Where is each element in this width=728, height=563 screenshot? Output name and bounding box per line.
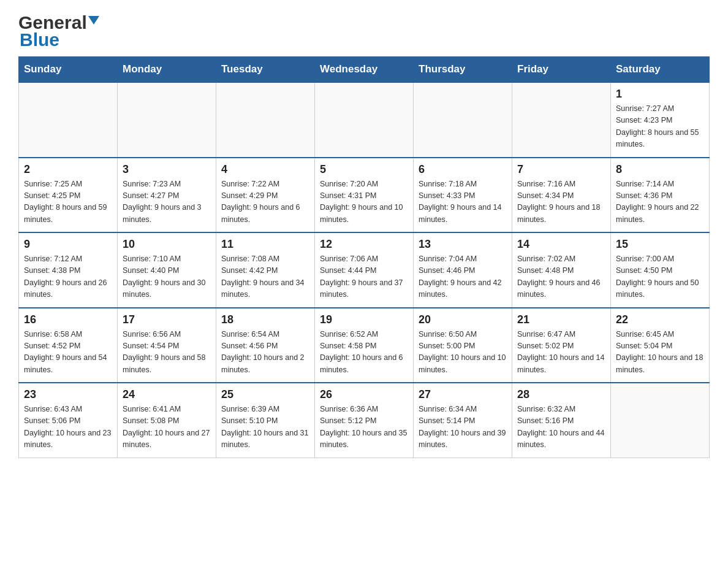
day-number: 22 (616, 313, 704, 326)
day-info: Sunrise: 6:36 AMSunset: 5:12 PMDaylight:… (320, 404, 408, 451)
calendar-cell (611, 383, 710, 458)
calendar-week-4: 16Sunrise: 6:58 AMSunset: 4:52 PMDayligh… (19, 308, 710, 383)
calendar-cell: 28Sunrise: 6:32 AMSunset: 5:16 PMDayligh… (512, 383, 611, 458)
day-number: 9 (24, 238, 112, 251)
day-info: Sunrise: 6:39 AMSunset: 5:10 PMDaylight:… (221, 404, 309, 451)
weekday-header-tuesday: Tuesday (216, 57, 315, 83)
calendar-cell: 18Sunrise: 6:54 AMSunset: 4:56 PMDayligh… (216, 308, 315, 383)
calendar-cell: 17Sunrise: 6:56 AMSunset: 4:54 PMDayligh… (118, 308, 216, 383)
calendar-cell (216, 82, 315, 158)
day-number: 3 (123, 163, 211, 176)
weekday-header-saturday: Saturday (611, 57, 710, 83)
day-number: 13 (419, 238, 507, 251)
day-info: Sunrise: 6:50 AMSunset: 5:00 PMDaylight:… (419, 329, 507, 377)
calendar-cell (512, 82, 611, 158)
day-number: 24 (123, 388, 211, 401)
day-info: Sunrise: 6:45 AMSunset: 5:04 PMDaylight:… (616, 329, 704, 377)
day-info: Sunrise: 7:04 AMSunset: 4:46 PMDaylight:… (419, 253, 507, 301)
day-info: Sunrise: 7:27 AMSunset: 4:23 PMDaylight:… (616, 103, 704, 151)
day-number: 28 (517, 388, 605, 401)
calendar-cell (315, 82, 414, 158)
day-info: Sunrise: 7:23 AMSunset: 4:27 PMDaylight:… (123, 178, 211, 226)
calendar-cell: 4Sunrise: 7:22 AMSunset: 4:29 PMDaylight… (216, 158, 315, 233)
day-number: 1 (616, 88, 704, 101)
day-info: Sunrise: 7:02 AMSunset: 4:48 PMDaylight:… (517, 253, 605, 301)
calendar-table: SundayMondayTuesdayWednesdayThursdayFrid… (18, 56, 710, 458)
day-number: 10 (123, 238, 211, 251)
calendar-cell: 19Sunrise: 6:52 AMSunset: 4:58 PMDayligh… (315, 308, 414, 383)
calendar-cell: 8Sunrise: 7:14 AMSunset: 4:36 PMDaylight… (611, 158, 710, 233)
day-info: Sunrise: 6:43 AMSunset: 5:06 PMDaylight:… (24, 404, 112, 451)
day-info: Sunrise: 7:20 AMSunset: 4:31 PMDaylight:… (320, 178, 408, 226)
calendar-cell: 9Sunrise: 7:12 AMSunset: 4:38 PMDaylight… (19, 232, 118, 308)
calendar-cell: 10Sunrise: 7:10 AMSunset: 4:40 PMDayligh… (118, 232, 216, 308)
calendar-cell: 27Sunrise: 6:34 AMSunset: 5:14 PMDayligh… (414, 383, 512, 458)
day-info: Sunrise: 7:25 AMSunset: 4:25 PMDaylight:… (24, 178, 112, 226)
day-info: Sunrise: 6:56 AMSunset: 4:54 PMDaylight:… (123, 329, 211, 377)
logo-triangle-icon (88, 16, 99, 25)
day-info: Sunrise: 6:52 AMSunset: 4:58 PMDaylight:… (320, 329, 408, 377)
day-number: 18 (221, 313, 309, 326)
day-info: Sunrise: 7:12 AMSunset: 4:38 PMDaylight:… (24, 253, 112, 301)
day-number: 15 (616, 238, 704, 251)
day-info: Sunrise: 6:58 AMSunset: 4:52 PMDaylight:… (24, 329, 112, 377)
logo-accent: Blue (20, 29, 59, 50)
calendar-cell (118, 82, 216, 158)
calendar-cell: 24Sunrise: 6:41 AMSunset: 5:08 PMDayligh… (118, 383, 216, 458)
calendar-cell: 3Sunrise: 7:23 AMSunset: 4:27 PMDaylight… (118, 158, 216, 233)
calendar-cell: 6Sunrise: 7:18 AMSunset: 4:33 PMDaylight… (414, 158, 512, 233)
day-number: 14 (517, 238, 605, 251)
day-number: 23 (24, 388, 112, 401)
day-info: Sunrise: 7:08 AMSunset: 4:42 PMDaylight:… (221, 253, 309, 301)
weekday-header-sunday: Sunday (19, 57, 118, 83)
calendar-cell: 25Sunrise: 6:39 AMSunset: 5:10 PMDayligh… (216, 383, 315, 458)
calendar-cell: 12Sunrise: 7:06 AMSunset: 4:44 PMDayligh… (315, 232, 414, 308)
day-info: Sunrise: 7:00 AMSunset: 4:50 PMDaylight:… (616, 253, 704, 301)
day-info: Sunrise: 6:32 AMSunset: 5:16 PMDaylight:… (517, 404, 605, 451)
day-number: 5 (320, 163, 408, 176)
calendar-cell: 22Sunrise: 6:45 AMSunset: 5:04 PMDayligh… (611, 308, 710, 383)
calendar-cell: 1Sunrise: 7:27 AMSunset: 4:23 PMDaylight… (611, 82, 710, 158)
day-number: 25 (221, 388, 309, 401)
day-number: 21 (517, 313, 605, 326)
day-number: 4 (221, 163, 309, 176)
calendar-cell: 16Sunrise: 6:58 AMSunset: 4:52 PMDayligh… (19, 308, 118, 383)
day-info: Sunrise: 6:41 AMSunset: 5:08 PMDaylight:… (123, 404, 211, 451)
day-number: 7 (517, 163, 605, 176)
day-info: Sunrise: 7:06 AMSunset: 4:44 PMDaylight:… (320, 253, 408, 301)
calendar-cell: 7Sunrise: 7:16 AMSunset: 4:34 PMDaylight… (512, 158, 611, 233)
day-info: Sunrise: 7:10 AMSunset: 4:40 PMDaylight:… (123, 253, 211, 301)
weekday-header-monday: Monday (118, 57, 216, 83)
day-number: 17 (123, 313, 211, 326)
calendar-cell: 14Sunrise: 7:02 AMSunset: 4:48 PMDayligh… (512, 232, 611, 308)
calendar-cell: 23Sunrise: 6:43 AMSunset: 5:06 PMDayligh… (19, 383, 118, 458)
calendar-week-3: 9Sunrise: 7:12 AMSunset: 4:38 PMDaylight… (19, 232, 710, 308)
day-info: Sunrise: 6:54 AMSunset: 4:56 PMDaylight:… (221, 329, 309, 377)
weekday-header-friday: Friday (512, 57, 611, 83)
day-info: Sunrise: 6:47 AMSunset: 5:02 PMDaylight:… (517, 329, 605, 377)
calendar-week-5: 23Sunrise: 6:43 AMSunset: 5:06 PMDayligh… (19, 383, 710, 458)
calendar-cell: 26Sunrise: 6:36 AMSunset: 5:12 PMDayligh… (315, 383, 414, 458)
day-number: 11 (221, 238, 309, 251)
weekday-header-thursday: Thursday (414, 57, 512, 83)
weekday-header-row: SundayMondayTuesdayWednesdayThursdayFrid… (19, 57, 710, 83)
day-info: Sunrise: 7:18 AMSunset: 4:33 PMDaylight:… (419, 178, 507, 226)
calendar-week-1: 1Sunrise: 7:27 AMSunset: 4:23 PMDaylight… (19, 82, 710, 158)
day-number: 2 (24, 163, 112, 176)
day-info: Sunrise: 7:16 AMSunset: 4:34 PMDaylight:… (517, 178, 605, 226)
calendar-cell: 13Sunrise: 7:04 AMSunset: 4:46 PMDayligh… (414, 232, 512, 308)
day-number: 8 (616, 163, 704, 176)
day-info: Sunrise: 7:22 AMSunset: 4:29 PMDaylight:… (221, 178, 309, 226)
calendar-cell: 15Sunrise: 7:00 AMSunset: 4:50 PMDayligh… (611, 232, 710, 308)
calendar-cell: 20Sunrise: 6:50 AMSunset: 5:00 PMDayligh… (414, 308, 512, 383)
weekday-header-wednesday: Wednesday (315, 57, 414, 83)
calendar-cell: 2Sunrise: 7:25 AMSunset: 4:25 PMDaylight… (19, 158, 118, 233)
day-number: 19 (320, 313, 408, 326)
logo: General Blue (18, 12, 99, 50)
day-number: 27 (419, 388, 507, 401)
day-info: Sunrise: 7:14 AMSunset: 4:36 PMDaylight:… (616, 178, 704, 226)
calendar-cell (414, 82, 512, 158)
calendar-week-2: 2Sunrise: 7:25 AMSunset: 4:25 PMDaylight… (19, 158, 710, 233)
calendar-cell (19, 82, 118, 158)
day-number: 20 (419, 313, 507, 326)
